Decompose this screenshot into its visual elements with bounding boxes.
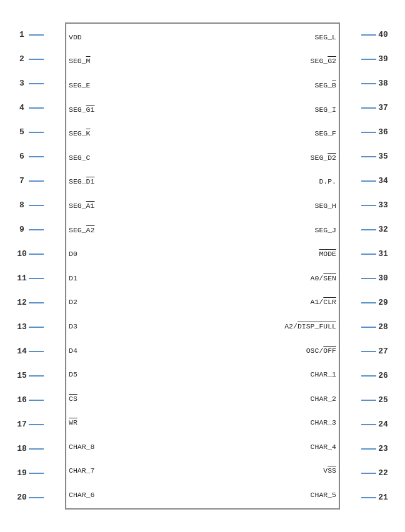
pin-number: 17 <box>15 420 29 429</box>
pin-line <box>361 229 376 230</box>
pin-row-left: 16 <box>15 388 65 412</box>
pin-label-right: SEG_J <box>206 218 336 242</box>
pin-label-left: D2 <box>69 290 199 314</box>
pin-label-left: VDD <box>69 25 199 49</box>
pin-number: 6 <box>15 152 29 161</box>
pin-number: 27 <box>376 347 390 356</box>
pin-line <box>29 34 44 36</box>
pin-line <box>29 473 44 474</box>
pin-row-right: 33 <box>340 194 390 217</box>
pin-line <box>29 229 44 230</box>
pin-label-left: CHAR_6 <box>69 483 199 507</box>
pin-number: 22 <box>376 468 390 478</box>
pin-number: 34 <box>376 176 390 185</box>
pin-row-right: 40 <box>340 23 390 47</box>
pin-label-left: SEG_G1 <box>69 97 199 121</box>
pin-number: 21 <box>376 493 390 502</box>
pin-number: 19 <box>15 468 29 478</box>
pin-row-left: 9 <box>15 218 65 242</box>
pin-line <box>361 34 376 36</box>
pin-number: 20 <box>15 493 29 502</box>
pin-line <box>29 205 44 206</box>
pin-row-left: 20 <box>15 486 65 510</box>
pin-label-right: CHAR_1 <box>206 363 336 387</box>
pin-number: 18 <box>15 444 29 453</box>
pin-line <box>361 448 376 450</box>
pin-row-right: 22 <box>340 461 390 485</box>
pin-line <box>361 205 376 206</box>
pin-label-left: CHAR_8 <box>69 435 199 458</box>
pin-number: 10 <box>15 249 29 259</box>
pins-left: 1 2 3 4 5 6 7 8 9 10 11 12 13 14 <box>15 22 65 510</box>
pin-label-right: CHAR_3 <box>206 411 336 435</box>
pin-label-left: D0 <box>69 242 199 266</box>
pin-number: 28 <box>376 322 390 332</box>
pin-number: 25 <box>376 395 390 405</box>
pin-number: 29 <box>376 298 390 307</box>
pin-line <box>361 327 376 328</box>
pin-label-right: SEG_G2 <box>206 49 336 73</box>
pin-number: 39 <box>376 54 390 64</box>
pin-label-right: SEG_D2 <box>206 145 336 169</box>
pin-label-right: MODE <box>206 242 336 266</box>
pin-number: 5 <box>15 127 29 137</box>
pin-label-right: A1/CLR <box>206 290 336 314</box>
pin-label-left: WR <box>69 411 199 435</box>
pin-row-right: 25 <box>340 388 390 412</box>
pin-number: 40 <box>376 30 390 39</box>
pin-line <box>29 107 44 109</box>
pin-row-left: 14 <box>15 340 65 363</box>
pin-label-left: SEG_E <box>69 73 199 97</box>
pin-label-left: CS <box>69 387 199 410</box>
pin-row-right: 30 <box>340 267 390 290</box>
pin-label-right: CHAR_2 <box>206 387 336 410</box>
ic-right-labels: SEG_LSEG_G2SEG_BSEG_ISEG_FSEG_D2D.P.SEG_… <box>202 22 340 510</box>
pin-number: 8 <box>15 200 29 210</box>
pin-row-left: 13 <box>15 315 65 339</box>
pin-label-right: OSC/OFF <box>206 338 336 362</box>
pin-row-left: 15 <box>15 364 65 388</box>
pin-line <box>29 59 44 60</box>
pin-label-left: D5 <box>69 363 199 387</box>
pin-line <box>29 327 44 328</box>
pin-row-right: 39 <box>340 47 390 71</box>
pin-number: 30 <box>376 273 390 283</box>
pin-row-left: 12 <box>15 291 65 315</box>
pin-row-left: 17 <box>15 413 65 436</box>
pin-row-left: 1 <box>15 23 65 47</box>
pin-row-right: 36 <box>340 121 390 144</box>
pin-row-right: 26 <box>340 364 390 388</box>
pin-line <box>29 156 44 157</box>
pin-line <box>29 424 44 425</box>
pin-number: 37 <box>376 103 390 112</box>
pin-line <box>29 180 44 182</box>
pins-right: 40 39 38 37 36 35 34 33 32 31 30 29 28 2… <box>340 22 390 510</box>
ic-container: 1 2 3 4 5 6 7 8 9 10 11 12 13 14 <box>15 10 390 522</box>
pin-line <box>361 400 376 401</box>
pin-label-right: SEG_L <box>206 25 336 49</box>
pin-line <box>361 156 376 157</box>
pin-number: 14 <box>15 347 29 356</box>
pin-line <box>361 278 376 279</box>
pin-number: 2 <box>15 54 29 64</box>
pin-number: 9 <box>15 225 29 234</box>
pin-label-left: SEG_K <box>69 122 199 145</box>
pin-label-right: SEG_I <box>206 97 336 121</box>
pin-label-right: CHAR_4 <box>206 435 336 458</box>
pin-line <box>361 180 376 182</box>
pin-label-right: A0/SEN <box>206 266 336 290</box>
pin-row-right: 28 <box>340 315 390 339</box>
pin-row-right: 34 <box>340 169 390 193</box>
pin-line <box>29 278 44 279</box>
pin-number: 31 <box>376 249 390 259</box>
pin-row-left: 6 <box>15 145 65 169</box>
pin-label-right: SEG_B <box>206 73 336 97</box>
pin-number: 33 <box>376 200 390 210</box>
pin-label-left: D1 <box>69 266 199 290</box>
pin-line <box>361 424 376 425</box>
ic-inner: VDDSEG_MSEG_ESEG_G1SEG_KSEG_CSEG_D1SEG_A… <box>65 22 340 510</box>
pin-number: 38 <box>376 79 390 88</box>
pin-row-left: 8 <box>15 194 65 217</box>
pin-label-left: SEG_C <box>69 145 199 169</box>
pin-line <box>361 302 376 303</box>
